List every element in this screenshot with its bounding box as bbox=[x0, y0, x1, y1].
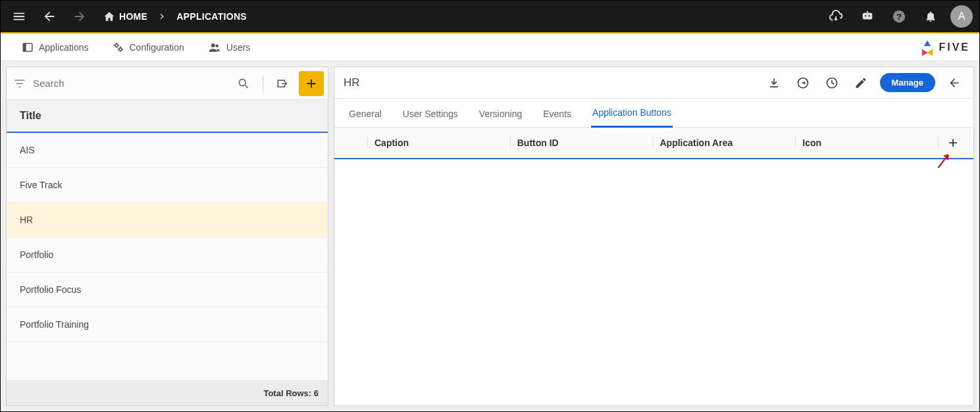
cloud-sync-icon[interactable] bbox=[824, 5, 848, 28]
application-detail-pane: HR Manage GeneralUser SettingsVersioning… bbox=[334, 66, 974, 406]
applications-icon bbox=[22, 41, 34, 53]
history-icon[interactable] bbox=[822, 73, 842, 93]
col-icon: Icon bbox=[795, 138, 938, 148]
col-button-id: Button ID bbox=[510, 138, 653, 148]
app-topbar: HOME APPLICATIONS ? A bbox=[1, 1, 979, 34]
list-footer-label: Total Rows: bbox=[263, 388, 311, 398]
module-nav: Applications Configuration Users FIVE bbox=[1, 34, 979, 61]
svg-point-10 bbox=[211, 43, 215, 47]
chevron-right-icon bbox=[157, 11, 167, 22]
svg-rect-0 bbox=[863, 13, 873, 20]
tab-application-buttons[interactable]: Application Buttons bbox=[591, 99, 673, 128]
content-split: Title AISFive TrackHRPortfolioPortfolio … bbox=[1, 61, 979, 411]
manage-button[interactable]: Manage bbox=[880, 73, 935, 92]
notification-bell-icon[interactable] bbox=[919, 5, 942, 28]
svg-rect-3 bbox=[867, 11, 868, 13]
tab-versioning[interactable]: Versioning bbox=[478, 101, 523, 127]
col-application-area: Application Area bbox=[653, 138, 796, 148]
brand-logo: FIVE bbox=[920, 40, 970, 55]
svg-text:?: ? bbox=[896, 12, 902, 22]
run-icon[interactable] bbox=[793, 73, 813, 93]
nav-configuration[interactable]: Configuration bbox=[101, 34, 196, 61]
tab-general[interactable]: General bbox=[348, 101, 383, 127]
svg-point-2 bbox=[869, 15, 870, 16]
svg-point-12 bbox=[239, 79, 245, 86]
home-icon bbox=[103, 11, 115, 22]
applications-list: AISFive TrackHRPortfolioPortfolio FocusP… bbox=[7, 133, 328, 380]
detail-header: HR Manage bbox=[334, 67, 973, 99]
tab-events[interactable]: Events bbox=[542, 101, 573, 127]
list-item[interactable]: Five Track bbox=[7, 168, 328, 203]
applications-list-pane: Title AISFive TrackHRPortfolioPortfolio … bbox=[6, 66, 328, 406]
list-item[interactable]: AIS bbox=[7, 133, 328, 168]
annotation-arrow bbox=[935, 152, 952, 169]
nav-users[interactable]: Users bbox=[196, 34, 263, 61]
nav-forward-icon bbox=[68, 5, 91, 28]
list-header-title: Title bbox=[7, 100, 328, 133]
chat-bot-icon[interactable] bbox=[856, 5, 879, 28]
search-input[interactable] bbox=[30, 74, 227, 93]
plus-icon bbox=[946, 136, 960, 149]
back-arrow-icon[interactable] bbox=[944, 73, 964, 93]
svg-point-9 bbox=[118, 47, 122, 51]
breadcrumb-home[interactable]: HOME bbox=[103, 11, 147, 22]
detail-title: HR bbox=[344, 76, 360, 90]
buttons-table-header: Caption Button ID Application Area Icon bbox=[334, 128, 973, 159]
list-item[interactable]: Portfolio bbox=[7, 238, 328, 272]
col-caption: Caption bbox=[367, 138, 510, 148]
nav-back-icon[interactable] bbox=[38, 5, 61, 28]
svg-rect-7 bbox=[23, 43, 26, 51]
download-icon[interactable] bbox=[764, 73, 784, 93]
help-icon[interactable]: ? bbox=[887, 5, 911, 28]
brand-logo-icon bbox=[920, 40, 935, 55]
nav-applications-label: Applications bbox=[39, 42, 89, 53]
add-row-button[interactable] bbox=[938, 136, 967, 149]
list-item[interactable]: Portfolio Focus bbox=[7, 272, 328, 307]
breadcrumb: HOME APPLICATIONS bbox=[103, 11, 247, 22]
nav-configuration-label: Configuration bbox=[130, 42, 184, 53]
add-application-button[interactable] bbox=[299, 71, 324, 96]
svg-point-1 bbox=[865, 15, 866, 16]
list-item[interactable]: HR bbox=[7, 203, 328, 238]
detail-tabs: GeneralUser SettingsVersioningEventsAppl… bbox=[334, 99, 973, 128]
breadcrumb-current: APPLICATIONS bbox=[176, 11, 247, 22]
search-toolbar bbox=[7, 67, 328, 100]
edit-icon[interactable] bbox=[851, 73, 871, 93]
user-avatar[interactable]: A bbox=[950, 5, 973, 28]
brand-name: FIVE bbox=[939, 41, 970, 53]
list-footer: Total Rows: 6 bbox=[7, 380, 328, 405]
svg-point-8 bbox=[115, 43, 118, 47]
list-footer-count: 6 bbox=[314, 388, 319, 398]
hamburger-menu-icon[interactable] bbox=[7, 5, 31, 28]
search-go-icon[interactable] bbox=[231, 71, 256, 96]
configuration-icon bbox=[113, 41, 124, 53]
tab-user-settings[interactable]: User Settings bbox=[401, 101, 459, 127]
nav-applications[interactable]: Applications bbox=[10, 34, 101, 61]
users-icon bbox=[208, 41, 221, 53]
nav-users-label: Users bbox=[226, 42, 251, 53]
breadcrumb-home-label: HOME bbox=[119, 11, 147, 22]
list-item[interactable]: Portfolio Training bbox=[7, 307, 328, 342]
svg-point-11 bbox=[215, 44, 219, 47]
import-icon[interactable] bbox=[270, 71, 295, 96]
filter-icon[interactable] bbox=[13, 77, 26, 90]
